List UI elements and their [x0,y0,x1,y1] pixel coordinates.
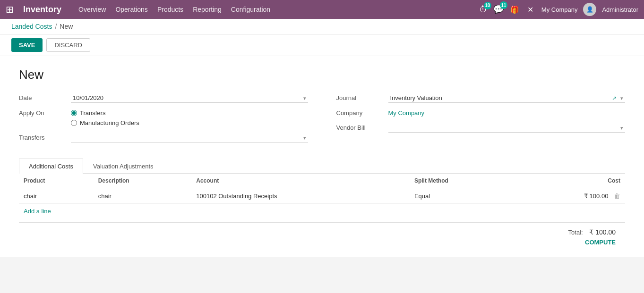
close-icon[interactable]: ✕ [525,4,536,15]
form-title: New [19,67,625,82]
col-description: Description [94,174,192,188]
apply-on-options: Transfers Manufacturing Orders [71,109,139,126]
date-wrapper [71,93,308,103]
radio-transfers[interactable]: Transfers [71,109,139,117]
breadcrumb-separator: / [55,23,57,30]
tab-valuation-adjustments[interactable]: Valuation Adjustments [83,159,163,174]
journal-label: Journal [336,94,384,101]
tabs-bar: Additional Costs Valuation Adjustments [19,159,625,174]
breadcrumb-parent[interactable]: Landed Costs [11,23,52,30]
apply-on-label: Apply On [19,109,66,117]
company-value[interactable]: My Company [388,109,425,117]
company-label-field: Company [336,109,384,117]
nav-overview[interactable]: Overview [78,4,106,15]
radio-manufacturing[interactable]: Manufacturing Orders [71,119,139,126]
avatar: 👤 [583,3,596,16]
form-container: New Date Apply On Transfers [0,56,644,257]
transfers-select-wrapper [71,133,308,142]
radio-transfers-label: Transfers [80,109,105,117]
app-grid-icon[interactable]: ⊞ [6,4,14,15]
form-left-col: Date Apply On Transfers Manufacturing Or… [19,93,308,149]
vendor-bill-label: Vendor Bill [336,124,384,131]
activity-icon[interactable]: ⏱ 10 [479,5,488,15]
journal-select[interactable]: Inventory Valuation [388,93,626,103]
add-line-button[interactable]: Add a line [19,204,56,218]
radio-transfers-input[interactable] [71,110,77,116]
cell-split-method: Equal [410,188,515,204]
company-field-row: Company My Company [336,109,626,117]
col-account: Account [191,174,410,188]
costs-table: Product Description Account Split Method… [19,174,625,204]
radio-manufacturing-input[interactable] [71,120,77,126]
gift-icon[interactable]: 🎁 [509,4,520,15]
apply-on-field-row: Apply On Transfers Manufacturing Orders [19,109,308,126]
col-cost: Cost [515,174,625,188]
cell-description: chair [94,188,192,204]
date-label: Date [19,94,66,101]
date-field-row: Date [19,93,308,103]
delete-row-button[interactable]: 🗑 [614,192,620,200]
radio-manufacturing-label: Manufacturing Orders [80,119,139,126]
total-label: Total: [568,229,583,236]
breadcrumb: Landed Costs / New [0,19,644,34]
journal-field-row: Journal Inventory Valuation ↗ [336,93,626,103]
form-right-col: Journal Inventory Valuation ↗ Company My… [336,93,626,149]
nav-products[interactable]: Products [157,4,183,15]
col-split-method: Split Method [410,174,515,188]
form-fields: Date Apply On Transfers Manufacturing Or… [19,93,625,149]
vendor-bill-select[interactable] [388,123,626,133]
date-input[interactable] [71,93,308,103]
tab-additional-costs[interactable]: Additional Costs [19,159,83,174]
app-name: Inventory [23,5,61,15]
breadcrumb-current: New [60,23,73,30]
journal-external-link-icon[interactable]: ↗ [612,95,617,101]
action-bar: SAVE DISCARD [0,34,644,56]
total-section: Total: ₹ 100.00 [19,222,625,236]
cost-value: ₹ 100.00 [584,193,608,200]
total-value: ₹ 100.00 [589,228,616,236]
cell-product: chair [19,188,94,204]
transfers-field-row: Transfers [19,133,308,142]
message-icon[interactable]: 💬 11 [493,4,504,15]
transfers-label: Transfers [19,134,66,141]
save-button[interactable]: SAVE [11,38,43,52]
transfers-select[interactable] [71,133,308,142]
nav-links: Overview Operations Products Reporting C… [78,4,472,15]
activity-badge: 10 [484,2,491,9]
message-badge: 11 [500,1,507,9]
cell-account: 100102 Outstanding Receipts [191,188,410,204]
compute-button[interactable]: COMPUTE [19,236,625,246]
company-label[interactable]: My Company [541,6,578,13]
cell-cost: ₹ 100.00 🗑 [515,188,625,204]
journal-select-wrapper: Inventory Valuation ↗ [388,93,626,103]
nav-configuration[interactable]: Configuration [231,4,270,15]
table-row: chair chair 100102 Outstanding Receipts … [19,188,625,204]
nav-operations[interactable]: Operations [115,4,147,15]
vendor-bill-select-wrapper [388,123,626,133]
top-navigation: ⊞ Inventory Overview Operations Products… [0,0,644,19]
discard-button[interactable]: DISCARD [46,38,90,52]
right-icons: ⏱ 10 💬 11 🎁 ✕ My Company 👤 Administrator [479,3,638,16]
admin-label[interactable]: Administrator [602,6,638,13]
col-product: Product [19,174,94,188]
vendor-bill-field-row: Vendor Bill [336,123,626,133]
nav-reporting[interactable]: Reporting [193,4,222,15]
